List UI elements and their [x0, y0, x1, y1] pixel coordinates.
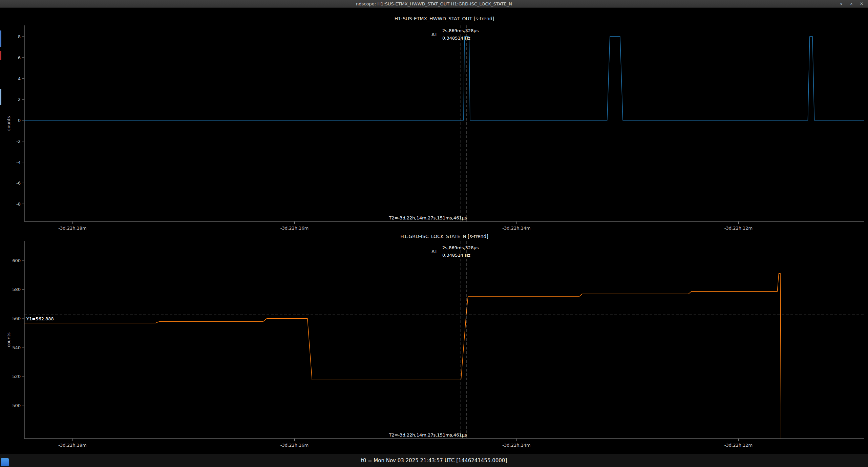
t2-cursor-label: T2=-3d,22h,14m,27s,151ms,461µs	[388, 215, 467, 220]
plot-title: H1:GRD-ISC_LOCK_STATE_N [s-trend]	[400, 234, 488, 239]
plots-canvas[interactable]: 86420-2-4-6-8-3d,22h,18m-3d,22h,16m-3d,2…	[0, 0, 868, 454]
signal-trace	[24, 37, 864, 120]
y-tick-label: -4	[16, 160, 21, 165]
x-tick-label: -3d,22h,18m	[58, 226, 86, 231]
y-tick-label: 600	[12, 258, 21, 263]
y-tick-label: 500	[12, 403, 21, 408]
x-tick-label: -3d,22h,16m	[280, 443, 309, 448]
delta-t-prefix: ΔT=	[431, 32, 441, 37]
delta-t-freq: 0.348514 Hz	[442, 253, 470, 258]
y-tick-label: 520	[12, 374, 21, 379]
x-tick-label: -3d,22h,12m	[724, 226, 753, 231]
t0-label: t0 = Mon Nov 03 2025 21:43:57 UTC [14462…	[361, 458, 507, 464]
y-tick-label: 4	[18, 76, 21, 81]
app-icon[interactable]	[1, 458, 9, 466]
delta-t-value: 2s,869ms,328µs	[442, 245, 479, 250]
y-tick-label: 540	[12, 345, 21, 350]
x-tick-label: -3d,22h,14m	[502, 443, 530, 448]
status-bar: t0 = Mon Nov 03 2025 21:43:57 UTC [14462…	[0, 454, 868, 467]
y-tick-label: 8	[18, 34, 21, 39]
y-tick-label: -2	[16, 139, 21, 144]
x-tick-label: -3d,22h,16m	[280, 226, 309, 231]
ndscope-window: ndscope: H1:SUS-ETMX_HWWD_STAT_OUT H1:GR…	[0, 0, 868, 467]
x-tick-label: -3d,22h,12m	[724, 443, 753, 448]
y-tick-label: 0	[18, 118, 21, 123]
y-tick-label: 580	[12, 287, 21, 292]
x-tick-label: -3d,22h,14m	[502, 226, 530, 231]
delta-t-value: 2s,869ms,328µs	[442, 28, 479, 33]
delta-t-prefix: ΔT=	[431, 249, 441, 254]
x-tick-label: -3d,22h,18m	[58, 443, 86, 448]
t2-cursor-label: T2=-3d,22h,14m,27s,151ms,461µs	[388, 432, 467, 438]
delta-t-freq: 0.348514 Hz	[442, 36, 470, 41]
y-tick-label: -6	[16, 181, 21, 186]
y-axis-title: counts	[6, 116, 11, 131]
y-tick-label: 560	[12, 316, 21, 321]
y-tick-label: -8	[16, 201, 21, 207]
y-tick-label: 2	[18, 97, 21, 102]
signal-trace	[24, 273, 781, 439]
plot-title: H1:SUS-ETMX_HWWD_STAT_OUT [s-trend]	[395, 16, 494, 21]
y-tick-label: 6	[18, 55, 21, 60]
y1-cursor-label: Y1=562.888	[26, 316, 54, 321]
y-axis-title: counts	[6, 333, 11, 347]
